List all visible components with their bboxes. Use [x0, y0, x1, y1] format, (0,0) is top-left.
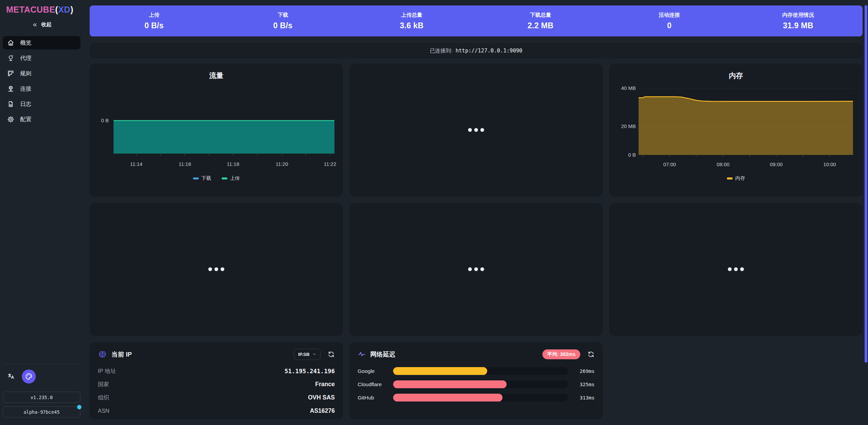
traffic-chart-legend: 下载上传 — [90, 175, 343, 182]
palette-icon — [25, 373, 33, 380]
svg-text:08:00: 08:00 — [717, 161, 730, 167]
loading-dots — [207, 266, 226, 272]
svg-text:0 B: 0 B — [101, 117, 109, 123]
legend-swatch — [727, 177, 733, 179]
traffic-chart-card: 流量 0 B11:1411:1611:1811:2011:22 下载上传 — [90, 64, 343, 196]
version-button[interactable]: v1.235.0 — [3, 392, 80, 403]
latency-value: 269ms — [568, 368, 595, 374]
latency-bar-fill — [393, 394, 503, 402]
ip-row-label: IP 地址 — [98, 367, 116, 375]
sidebar-item-connections[interactable]: 连接 — [3, 82, 80, 95]
collapse-label: 收起 — [41, 21, 51, 28]
sidebar-collapse-button[interactable]: 收起 — [3, 21, 80, 28]
latency-card-title: 网络延迟 — [370, 350, 395, 359]
loading-dots — [727, 266, 745, 272]
stats-bar: 上传0 B/s下载0 B/s上传总量3.6 kB下载总量2.2 MB活动连接0内… — [90, 5, 863, 36]
latency-bar-track — [393, 394, 568, 402]
sidebar-footer: v1.235.0 alpha-97bce45 — [3, 364, 80, 421]
sidebar-item-label: 代理 — [20, 54, 31, 62]
ip-info-row: ASNAS16276 — [98, 404, 335, 418]
svg-text:10:00: 10:00 — [823, 161, 836, 167]
memory-chart-title: 内存 — [609, 64, 863, 80]
logs-icon — [7, 100, 14, 108]
ip-info-row: 国家France — [98, 378, 335, 391]
gear-icon — [7, 116, 14, 123]
ip-info-row: IP 地址51.195.241.196 — [98, 364, 335, 378]
latency-bar-track — [393, 380, 568, 388]
ip-refresh-button[interactable] — [328, 351, 335, 358]
language-icon[interactable] — [8, 373, 15, 380]
latency-row: Google269ms — [358, 364, 595, 378]
sidebar-item-proxies[interactable]: 代理 — [3, 51, 80, 65]
svg-text:11:22: 11:22 — [324, 161, 336, 167]
svg-text:11:18: 11:18 — [227, 161, 239, 167]
legend-item[interactable]: 下载 — [193, 175, 211, 182]
logo-accent: XD — [58, 5, 71, 14]
loading-card — [609, 203, 863, 336]
build-button[interactable]: alpha-97bce45 — [3, 406, 80, 418]
latency-site-label: GitHub — [358, 395, 393, 401]
sidebar-item-logs[interactable]: 日志 — [3, 97, 80, 111]
stat-5: 内存使用情况31.9 MB — [734, 12, 863, 30]
latency-refresh-button[interactable] — [587, 351, 595, 358]
latency-value: 325ms — [568, 382, 595, 387]
backend-endpoint: http://127.0.0.1:9090 — [455, 48, 522, 54]
ip-row-value: OVH SAS — [308, 394, 335, 401]
stat-1: 下载0 B/s — [219, 12, 347, 30]
stat-value: 2.2 MB — [476, 21, 605, 30]
empty-area — [609, 342, 863, 419]
ip-row-value: 51.195.241.196 — [284, 368, 335, 375]
traffic-chart-title: 流量 — [90, 64, 343, 80]
legend-item[interactable]: 内存 — [727, 175, 745, 182]
latency-bar-fill — [393, 367, 487, 375]
proxy-globe-icon — [7, 54, 14, 62]
connected-label: 已连接到: — [430, 47, 452, 54]
ip-source-value: IP.SB — [298, 352, 310, 357]
latency-value: 313ms — [568, 395, 595, 400]
stat-label: 活动连接 — [605, 12, 734, 19]
latency-rows: Google269msCloudflare325msGitHub313ms — [358, 364, 595, 404]
sidebar: METACUBE(XD) 收起 概览代理规则连接日志配置 v1.235.0 al… — [0, 0, 83, 425]
logo-paren-close: ) — [70, 5, 73, 14]
legend-label: 上传 — [230, 175, 240, 182]
loading-card — [349, 203, 603, 336]
memory-chart-legend: 内存 — [609, 175, 863, 182]
latency-site-label: Google — [358, 368, 393, 374]
app-root: METACUBE(XD) 收起 概览代理规则连接日志配置 v1.235.0 al… — [0, 0, 868, 425]
sidebar-item-label: 概览 — [20, 39, 31, 47]
stat-3: 下载总量2.2 MB — [476, 12, 605, 30]
stat-label: 内存使用情况 — [734, 12, 863, 19]
legend-label: 下载 — [201, 175, 211, 182]
version-label: v1.235.0 — [30, 395, 53, 400]
stat-label: 下载总量 — [476, 12, 605, 19]
latency-bar-track — [393, 367, 568, 375]
latency-row: GitHub313ms — [358, 391, 595, 404]
latency-average-badge: 平均: 302ms — [542, 349, 580, 359]
loading-dots — [467, 266, 485, 272]
sidebar-item-overview[interactable]: 概览 — [3, 36, 80, 49]
app-logo: METACUBE(XD) — [3, 5, 80, 15]
stat-2: 上传总量3.6 kB — [347, 12, 476, 30]
build-label: alpha-97bce45 — [24, 409, 60, 415]
sidebar-item-rules[interactable]: 规则 — [3, 67, 80, 80]
scrollbar-thumb[interactable] — [865, 5, 867, 363]
loading-dots — [467, 127, 485, 133]
ip-source-select[interactable]: IP.SB — [294, 349, 320, 360]
stat-value: 3.6 kB — [347, 21, 476, 30]
ruler-icon — [7, 70, 14, 77]
sidebar-item-config[interactable]: 配置 — [3, 113, 80, 126]
globe-icon — [98, 350, 107, 359]
chevron-down-icon — [312, 352, 316, 356]
latency-row: Cloudflare325ms — [358, 378, 595, 391]
scrollbar-track — [864, 0, 868, 425]
svg-text:11:14: 11:14 — [130, 161, 143, 167]
latency-card: 网络延迟 平均: 302ms Google269msCloudflare325m… — [349, 342, 603, 419]
ip-row-value: AS16276 — [310, 407, 335, 414]
pulse-icon — [358, 350, 366, 358]
current-ip-card: 当前 IP IP.SB IP 地址51.195.241.196国家France组… — [90, 342, 343, 419]
cards-grid: 流量 0 B11:1411:1611:1811:2011:22 下载上传 内存 … — [90, 64, 863, 419]
legend-item[interactable]: 上传 — [222, 175, 240, 182]
theme-palette-button[interactable] — [22, 369, 36, 383]
connections-icon — [7, 85, 14, 92]
svg-text:07:00: 07:00 — [663, 161, 676, 167]
